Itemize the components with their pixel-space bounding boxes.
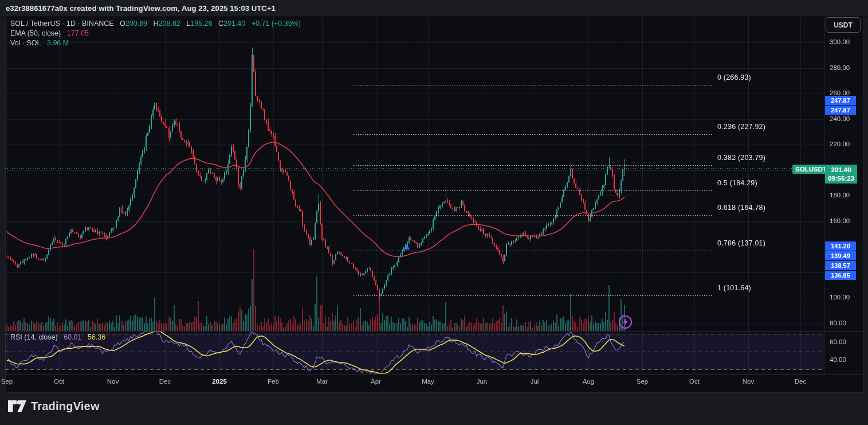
- time-axis-label: Apr: [360, 378, 392, 385]
- fib-level-label[interactable]: 0.382 (203.79): [717, 154, 765, 162]
- open-label: O: [120, 20, 125, 28]
- high-value: 208.62: [159, 20, 180, 28]
- low-value: 195.26: [190, 20, 212, 28]
- ema-label[interactable]: EMA (50, close): [10, 29, 61, 37]
- rsi-value: 60.01: [64, 333, 81, 341]
- rsi-ma-value: 56.36: [88, 333, 105, 341]
- time-axis-label: 2025: [203, 378, 235, 385]
- alert-price-label[interactable]: 247.87: [825, 106, 856, 115]
- last-price-value: 201.40: [831, 166, 851, 174]
- last-price-label: 201.40 09:56:23: [825, 165, 857, 184]
- symbol-row[interactable]: SOL / TetherUS · 1D · BINANCE O200.69 H2…: [10, 19, 301, 29]
- time-axis-label: Nov: [97, 378, 129, 385]
- fib-level-label[interactable]: 0.5 (184.29): [717, 179, 757, 187]
- price-tick-label: 180.00: [830, 192, 850, 198]
- ema-row[interactable]: EMA (50, close) 177.05: [10, 29, 301, 38]
- time-axis-label: Oct: [43, 378, 75, 385]
- symbol-title[interactable]: SOL / TetherUS · 1D · BINANCE: [10, 20, 114, 28]
- fib-level-label[interactable]: 1 (101.64): [717, 284, 751, 292]
- price-tick-label: 160.00: [830, 217, 850, 224]
- time-axis-label: Dec: [784, 378, 816, 385]
- price-tick-label: 220.00: [830, 141, 850, 147]
- change-value: +0.71 (+0.35%): [252, 20, 301, 28]
- fib-level-label[interactable]: 0.618 (164.78): [717, 204, 765, 212]
- rsi-label[interactable]: RSI (14, close): [10, 333, 58, 341]
- alert-price-label[interactable]: 247.87: [825, 96, 856, 105]
- ema-value: 177.05: [67, 29, 89, 37]
- rsi-tick-label: 60.00: [830, 338, 846, 345]
- fib-level-label[interactable]: 0 (266.93): [717, 73, 751, 81]
- time-axis-label: Sep: [626, 378, 658, 385]
- bar-countdown: 09:56:23: [828, 174, 854, 183]
- tradingview-chart-page: e32r38861677a0x created with TradingView…: [0, 0, 868, 425]
- last-price-symbol-tag: SOLUSDT: [792, 165, 830, 174]
- time-axis-label: Oct: [678, 378, 710, 385]
- price-tick-label: 300.00: [830, 38, 850, 45]
- volume-label[interactable]: Vol · SOL: [10, 39, 41, 47]
- time-axis-label: Feb: [257, 378, 289, 385]
- rsi-legend[interactable]: RSI (14, close) 60.01 56.36: [10, 333, 105, 341]
- price-tick-label: 240.00: [830, 115, 850, 122]
- alert-price-label[interactable]: 139.49: [825, 251, 856, 260]
- rsi-tick-label: 40.00: [830, 356, 846, 363]
- arrow-up-marker[interactable]: [404, 244, 410, 249]
- time-axis-label: Nov: [732, 378, 764, 385]
- time-axis-label: Mar: [306, 378, 338, 385]
- watermark-text: e32r38861677a0x created with TradingView…: [6, 4, 276, 13]
- close-value: 201.40: [223, 20, 245, 28]
- time-axis-label: Jun: [466, 378, 498, 385]
- time-axis-label: Jul: [519, 378, 551, 385]
- tradingview-logo[interactable]: TradingView: [7, 399, 100, 413]
- close-label: C: [218, 20, 223, 28]
- volume-row[interactable]: Vol · SOL 3.96 M: [10, 38, 301, 48]
- lightning-icon[interactable]: [618, 315, 633, 329]
- currency-usdt-button[interactable]: USDT: [826, 17, 861, 33]
- fib-level-label[interactable]: 0.236 (227.92): [717, 123, 765, 131]
- open-value: 200.69: [125, 20, 147, 28]
- time-axis-label: Aug: [572, 378, 604, 385]
- price-chart-canvas[interactable]: [0, 0, 868, 425]
- price-tick-label: 100.00: [830, 294, 850, 301]
- watermark-bar: e32r38861677a0x created with TradingView…: [0, 0, 868, 17]
- volume-value: 3.96 M: [47, 39, 69, 47]
- chart-legend: SOL / TetherUS · 1D · BINANCE O200.69 H2…: [10, 19, 301, 48]
- tradingview-logo-text: TradingView: [31, 400, 100, 413]
- alert-price-label[interactable]: 136.85: [825, 271, 856, 280]
- time-axis-label: Dec: [149, 378, 181, 385]
- high-label: H: [154, 20, 159, 28]
- time-axis-label: May: [412, 378, 444, 385]
- price-tick-label: 280.00: [830, 64, 850, 71]
- time-axis-label: Sep: [0, 378, 23, 385]
- fib-level-label[interactable]: 0.786 (137.01): [717, 239, 765, 247]
- alert-price-label[interactable]: 138.57: [825, 261, 856, 270]
- price-tick-label: 80.00: [830, 319, 846, 326]
- tradingview-logo-icon: [7, 399, 27, 413]
- alert-price-label[interactable]: 141.20: [825, 241, 856, 251]
